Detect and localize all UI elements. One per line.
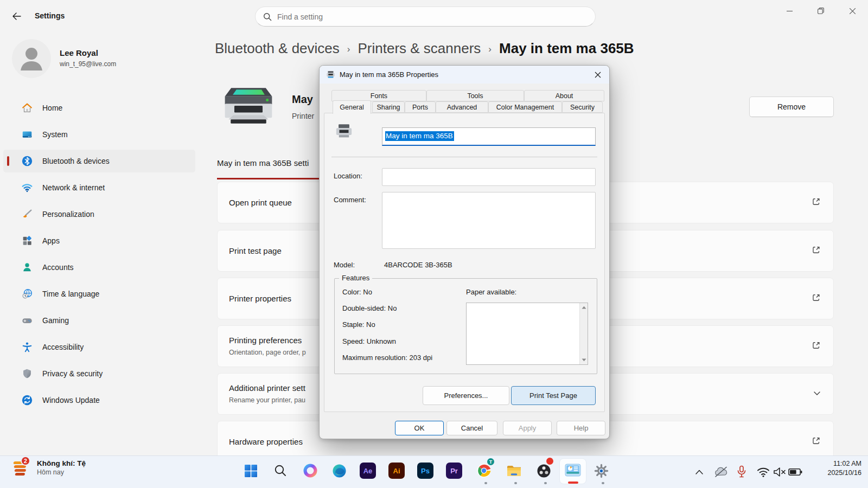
copilot-icon xyxy=(303,464,317,478)
listbox-scrollbar[interactable] xyxy=(579,303,588,364)
tab-label: Security xyxy=(570,104,595,111)
clock-date: 2025/10/16 xyxy=(827,468,861,478)
feature-max-resolution: Maximum resolution: 203 dpi xyxy=(342,354,432,362)
taskbar-chrome-button[interactable]: T xyxy=(473,459,495,483)
breadcrumb-bluetooth-devices[interactable]: Bluetooth & devices xyxy=(215,40,340,57)
scroll-down-icon[interactable] xyxy=(580,356,588,364)
breadcrumb-printers-scanners[interactable]: Printers & scanners xyxy=(358,40,481,57)
scroll-up-icon[interactable] xyxy=(580,303,588,312)
sidebar-item-time-language[interactable]: Time & language xyxy=(3,282,195,305)
tab-tools[interactable]: Tools xyxy=(426,90,524,101)
taskbar-file-explorer-button[interactable] xyxy=(503,459,525,483)
taskbar-control-panel-button[interactable] xyxy=(562,459,584,483)
dialog-close-icon[interactable] xyxy=(591,69,604,81)
taskbar-photoshop-button[interactable]: Ps xyxy=(414,459,436,483)
notification-badge: 2 xyxy=(21,456,30,466)
accounts-icon xyxy=(21,261,34,274)
gaming-icon xyxy=(21,314,34,327)
taskbar-after-effects-button[interactable]: Ae xyxy=(357,459,379,483)
remove-button[interactable]: Remove xyxy=(749,97,834,117)
sidebar-item-accounts[interactable]: Accounts xyxy=(3,256,195,279)
search-icon xyxy=(274,464,287,477)
feature-speed: Speed: Unknown xyxy=(342,337,396,345)
taskbar-illustrator-button[interactable]: Ai xyxy=(386,459,407,483)
taskbar-settings-button[interactable] xyxy=(590,459,612,483)
print-test-page-button[interactable]: Print Test Page xyxy=(511,386,596,405)
search-input[interactable] xyxy=(277,12,588,21)
sidebar-item-label: Windows Update xyxy=(42,396,100,404)
tray-microphone-button[interactable] xyxy=(735,465,749,479)
network-icon xyxy=(21,181,34,194)
tab-label: About xyxy=(556,92,573,100)
battery-icon xyxy=(788,468,802,476)
sidebar-item-accessibility[interactable]: Accessibility xyxy=(3,336,195,358)
premiere-icon: Pr xyxy=(446,463,462,479)
preferences-button[interactable]: Preferences... xyxy=(423,386,509,405)
sidebar-item-gaming[interactable]: Gaming xyxy=(3,309,195,332)
cancel-button[interactable]: Cancel xyxy=(446,421,497,435)
apps-icon xyxy=(21,234,34,247)
breadcrumb-current-page: May in tem ma 365B xyxy=(499,40,634,57)
restore-button[interactable] xyxy=(805,0,837,22)
sidebar-item-windows-update[interactable]: Windows Update xyxy=(3,389,195,412)
tray-show-hidden-icons[interactable] xyxy=(692,465,706,479)
tab-advanced[interactable]: Advanced xyxy=(436,101,488,113)
sidebar-item-label: Privacy & security xyxy=(42,369,103,378)
chevron-down-icon xyxy=(813,389,821,400)
tray-wifi-button[interactable] xyxy=(756,465,770,479)
tab-general[interactable]: General xyxy=(333,100,371,114)
minimize-button[interactable] xyxy=(774,0,805,22)
printer-subtitle: Printer xyxy=(292,112,314,120)
volume-mute-icon xyxy=(773,467,786,477)
tab-label: Ports xyxy=(412,104,428,111)
back-button[interactable] xyxy=(9,9,24,24)
dialog-titlebar[interactable]: May in tem ma 365B Properties xyxy=(320,66,609,84)
obs-icon xyxy=(537,464,551,478)
sidebar-item-privacy-security[interactable]: Privacy & security xyxy=(3,362,195,385)
sidebar-item-network-internet[interactable]: Network & internet xyxy=(3,176,195,199)
control-panel-icon xyxy=(565,464,581,478)
taskbar-clock[interactable]: 11:02 AM 2025/10/16 xyxy=(827,459,861,478)
taskbar-premiere-button[interactable]: Pr xyxy=(443,459,465,483)
printer-image xyxy=(220,85,277,131)
bluetooth-icon xyxy=(21,155,34,168)
printer-name-input[interactable]: May in tem ma 365B xyxy=(382,127,596,146)
sidebar-item-system[interactable]: System xyxy=(3,123,195,146)
tab-about[interactable]: About xyxy=(524,90,604,101)
tray-volume-button[interactable] xyxy=(773,465,787,479)
section-active-underline xyxy=(217,178,319,179)
help-button[interactable]: Help xyxy=(557,421,605,435)
comment-label: Comment: xyxy=(334,196,366,204)
running-indicator-settings xyxy=(602,482,604,484)
avatar xyxy=(12,39,51,78)
tab-security[interactable]: Security xyxy=(562,101,603,113)
tray-onedrive-button[interactable] xyxy=(714,465,728,479)
tab-sharing[interactable]: Sharing xyxy=(372,101,405,113)
taskbar-edge-button[interactable] xyxy=(328,459,350,483)
taskbar-copilot-button[interactable] xyxy=(299,459,321,483)
tab-fonts[interactable]: Fonts xyxy=(331,90,426,101)
location-input[interactable] xyxy=(382,168,596,186)
search-box[interactable] xyxy=(255,7,596,27)
search-icon xyxy=(263,12,272,21)
tab-ports[interactable]: Ports xyxy=(405,101,436,113)
taskbar-search-button[interactable] xyxy=(270,459,291,483)
tab-color-management[interactable]: Color Management xyxy=(488,101,562,113)
row-subtitle: Rename your printer, pau xyxy=(229,396,305,404)
sidebar-item-personalization[interactable]: Personalization xyxy=(3,203,195,226)
sidebar-item-bluetooth-devices[interactable]: Bluetooth & devices xyxy=(3,150,195,172)
ok-button[interactable]: OK xyxy=(395,421,444,435)
running-indicator-chrome xyxy=(484,482,487,484)
taskbar-start-button[interactable] xyxy=(240,459,261,483)
sidebar-item-label: Personalization xyxy=(42,210,94,219)
taskbar-obs-button[interactable] xyxy=(533,459,554,483)
clock-time: 11:02 AM xyxy=(827,459,861,468)
tray-battery-button[interactable] xyxy=(788,465,802,479)
sidebar-item-home[interactable]: Home xyxy=(3,97,195,119)
comment-input[interactable] xyxy=(382,192,596,249)
user-email: win_t_95@live.com xyxy=(60,60,116,68)
close-button[interactable] xyxy=(837,0,868,22)
paper-available-listbox[interactable] xyxy=(466,303,588,365)
sidebar-item-apps[interactable]: Apps xyxy=(3,229,195,252)
apply-button[interactable]: Apply xyxy=(503,421,552,435)
